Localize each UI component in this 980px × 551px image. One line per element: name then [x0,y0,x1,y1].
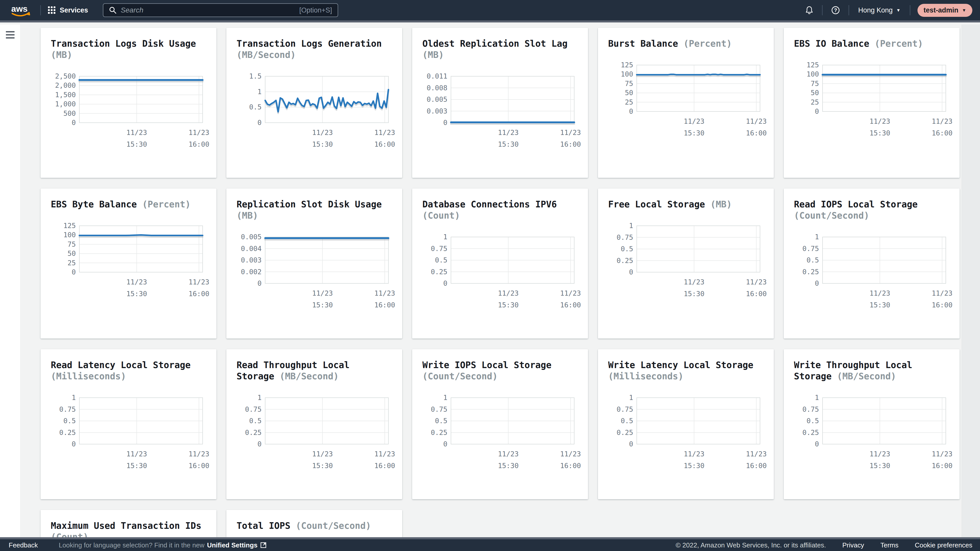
x-axis-tick-label: 16:00 [189,290,209,298]
y-axis-tick-label: 0.25 [617,429,633,437]
account-menu[interactable]: test-admin ▼ [918,4,972,17]
chevron-down-icon: ▼ [896,8,900,13]
x-axis-tick-label: 11/23 [746,450,767,458]
x-axis-tick-label: 16:00 [746,462,767,470]
y-axis-tick-label: 25 [67,259,76,267]
x-axis-tick-label: 15:30 [684,129,704,137]
header-divider [822,5,822,15]
metric-card: EBS IO Balance (Percent)025507510012511/… [784,28,959,178]
x-axis-tick-label: 16:00 [932,301,953,309]
line-shadow [80,237,203,237]
x-axis-tick-label: 15:30 [498,301,519,309]
x-axis-tick-label: 16:00 [560,301,581,309]
y-axis-tick-label: 75 [625,79,633,87]
x-axis-tick-label: 11/23 [126,129,147,137]
chart-title: Replication Slot Disk Usage (MB) [237,199,392,221]
notifications-button[interactable] [803,6,815,14]
x-axis-tick-label: 11/23 [870,289,890,297]
chart-unit-label: (Count) [422,210,460,221]
chart-title: Transaction Logs Disk Usage (MB) [51,38,206,60]
chart-title-text: Replication Slot Disk Usage [237,199,382,210]
x-axis-tick-label: 15:30 [870,129,890,137]
y-axis-tick-label: 0 [72,268,76,276]
menu-toggle-button[interactable] [6,31,14,38]
x-axis-tick-label: 15:30 [684,462,704,470]
cookie-preferences-link[interactable]: Cookie preferences [915,541,972,549]
y-axis-tick-label: 25 [625,98,633,106]
y-axis-tick-label: 1 [72,394,76,402]
account-name: test-admin [924,6,959,14]
services-menu-button[interactable]: Services [48,6,88,14]
unified-settings-link[interactable]: Unified Settings [207,541,258,549]
y-axis-tick-label: 25 [811,98,819,106]
chart-title-text: Total IOPS [237,521,290,531]
region-label: Hong Kong [858,6,893,14]
x-axis-tick-label: 11/23 [684,118,704,125]
y-axis-tick-label: 0.25 [431,268,447,276]
chart-title-text: Oldest Replication Slot Lag [422,38,568,49]
metric-card: Oldest Replication Slot Lag (MB)00.0030.… [412,28,588,178]
metric-chart: 00.250.50.75111/2315:3011/2316:00 [608,398,764,473]
chart-unit-label: (MB) [710,199,732,210]
y-axis-tick-label: 1 [443,394,447,402]
y-axis-tick-label: 0 [629,268,633,276]
scrollbar-track[interactable] [962,24,980,537]
x-axis-tick-label: 15:30 [312,462,333,470]
y-axis-tick-label: 0 [443,119,447,127]
y-axis-tick-label: 0.005 [241,233,262,241]
metric-chart: 00.250.50.75111/2315:3011/2316:00 [794,237,950,312]
feedback-button[interactable]: Feedback [9,541,38,549]
x-axis-tick-label: 16:00 [746,290,767,298]
chart-unit-label: (Count/Second) [296,521,371,531]
x-axis-tick-label: 11/23 [746,278,767,286]
y-axis-tick-label: 0.004 [241,245,262,252]
language-hint: Looking for language selection? Find it … [59,541,267,549]
help-button[interactable]: ? [830,6,842,14]
x-axis-tick-label: 11/23 [498,289,519,297]
svg-text:aws: aws [11,4,27,14]
header-divider [849,5,849,15]
y-axis-tick-label: 125 [620,61,633,69]
x-axis-tick-label: 11/23 [189,450,209,458]
y-axis-tick-label: 0 [72,440,76,448]
y-axis-tick-label: 2,000 [55,81,76,89]
x-axis-tick-label: 11/23 [746,118,767,125]
y-axis-tick-label: 0 [72,119,76,127]
y-axis-tick-label: 1 [815,233,819,241]
chart-title: Maximum Used Transaction IDs (Count) [51,520,206,537]
search-bar[interactable]: [Option+S] [103,3,338,17]
chart-title: Write Latency Local Storage (Millisecond… [608,359,764,382]
metric-chart: 00.0020.0030.0040.00511/2315:3011/2316:0… [237,237,392,312]
chart-title-text: Transaction Logs Disk Usage [51,38,196,49]
x-axis-tick-label: 11/23 [312,450,333,458]
x-axis-tick-label: 16:00 [189,140,209,148]
hamburger-icon [6,37,14,38]
y-axis-tick-label: 0.003 [427,107,447,115]
y-axis-tick-label: 500 [63,110,76,118]
y-axis-tick-label: 0 [443,440,447,448]
search-input[interactable] [121,6,295,14]
y-axis-tick-label: 0 [629,440,633,448]
language-hint-text: Looking for language selection? Find it … [59,541,204,549]
metric-card: Write Latency Local Storage (Millisecond… [598,349,774,499]
search-icon [109,6,117,14]
aws-logo[interactable]: aws [10,3,33,17]
region-selector[interactable]: Hong Kong ▼ [856,6,903,14]
terms-link[interactable]: Terms [880,541,899,549]
y-axis-tick-label: 100 [620,70,633,78]
metrics-dashboard: Transaction Logs Disk Usage (MB)05001,00… [21,24,980,537]
chevron-down-icon: ▼ [962,8,966,13]
y-axis-tick-label: 0 [629,107,633,115]
y-axis-tick-label: 100 [807,70,819,78]
y-axis-tick-label: 0.5 [249,103,262,111]
x-axis-tick-label: 11/23 [932,450,953,458]
chart-title: Read Latency Local Storage (Milliseconds… [51,359,206,382]
x-axis-tick-label: 16:00 [374,301,395,309]
y-axis-tick-label: 50 [625,89,633,97]
privacy-link[interactable]: Privacy [842,541,864,549]
chart-title: Write IOPS Local Storage (Count/Second) [422,359,578,382]
metric-card: Write Throughput Local Storage (MB/Secon… [784,349,959,499]
x-axis-tick-label: 11/23 [126,278,147,286]
x-axis-tick-label: 11/23 [560,289,581,297]
metric-card: Burst Balance (Percent)025507510012511/2… [598,28,774,178]
